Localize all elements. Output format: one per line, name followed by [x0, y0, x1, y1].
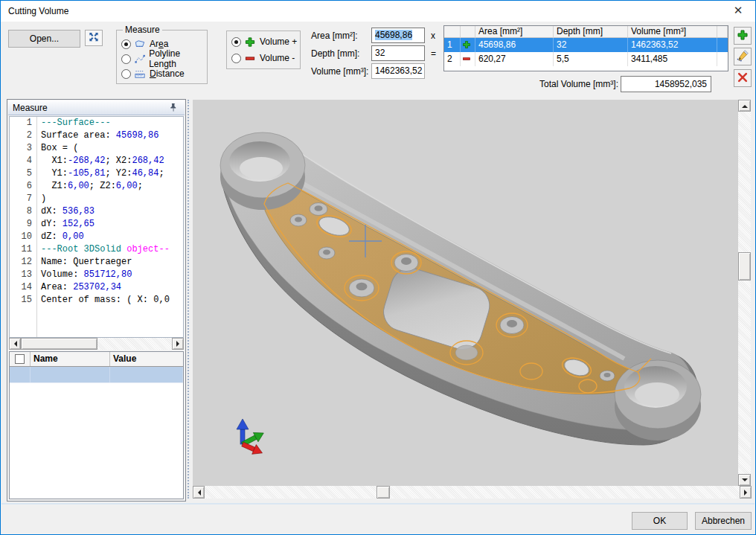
line-number: 14 [10, 281, 32, 294]
line-number: 4 [10, 155, 32, 167]
title-bar[interactable]: Cutting Volume ✕ [1, 1, 755, 22]
measure-log[interactable]: 1---Surface---2Surface area: 45698,863Bo… [9, 116, 184, 338]
area-input[interactable]: 45698,86 [371, 28, 425, 43]
3d-viewport[interactable] [193, 100, 738, 486]
cut-table-cell[interactable]: 1462363,52 [628, 38, 717, 52]
cad-part-drawing [193, 100, 738, 486]
log-line: 9dY: 152,65 [10, 218, 183, 231]
radio-polyline-length[interactable]: Polyline Length [121, 53, 207, 65]
minus-icon[interactable] [461, 52, 475, 66]
cut-table-header: Area [mm²]Depth [mm]Volume [mm³] [444, 26, 728, 38]
ok-button[interactable]: OK [632, 512, 688, 530]
arrow-right-icon [176, 341, 182, 347]
arrow-up-icon [742, 102, 748, 108]
viewport-scroll-left-button[interactable] [193, 486, 205, 499]
radio-volume-[interactable]: Volume - [231, 52, 295, 64]
viewport-scroll-down-button[interactable] [738, 474, 751, 486]
viewport-vscroll-thumb[interactable] [738, 252, 751, 281]
line-number: 13 [10, 269, 32, 281]
close-icon[interactable]: ✕ [727, 2, 749, 19]
depth-input-value: 32 [375, 48, 385, 58]
log-scroll-right-button[interactable] [172, 338, 184, 350]
cut-table-cell[interactable]: 5,5 [554, 52, 628, 66]
cut-table-header-cell: Depth [mm] [554, 26, 628, 38]
log-hscrollbar[interactable] [9, 338, 184, 350]
line-number: 7 [10, 193, 32, 205]
pencil-icon [737, 50, 749, 64]
measure-group: Measure AreaPolyline LengthDistance [116, 30, 208, 84]
select-all-checkbox[interactable] [15, 354, 25, 364]
cut-table-cell[interactable]: 3411,485 [628, 52, 717, 66]
log-scroll-thumb[interactable] [21, 338, 97, 350]
axis-triad [237, 419, 266, 458]
x-axis-arrow [240, 440, 264, 458]
arrow-left-icon [195, 490, 201, 496]
edit-row-button[interactable] [734, 48, 752, 65]
viewport-scroll-up-button[interactable] [738, 100, 751, 112]
log-line: 12Name: Quertraeger [10, 256, 183, 269]
pin-icon[interactable] [167, 102, 180, 113]
viewport-vscrollbar[interactable] [738, 100, 751, 486]
fit-view-icon [88, 31, 100, 42]
log-line: 7) [10, 193, 183, 205]
props-value-header: Value [110, 352, 183, 366]
plus-icon [462, 38, 475, 49]
log-line: 14Area: 253702,34 [10, 281, 183, 294]
distance-icon [134, 68, 147, 80]
radio-distance[interactable]: Distance [121, 68, 185, 80]
log-scroll-left-button[interactable] [9, 338, 21, 350]
line-number: 11 [10, 243, 32, 256]
cut-table-cell[interactable]: 1 [444, 38, 461, 52]
open-button[interactable]: Open... [8, 30, 80, 48]
cancel-button[interactable]: Abbrechen [695, 512, 752, 530]
radio-button[interactable] [231, 37, 241, 47]
volume-output: 1462363,52 [371, 63, 425, 79]
line-number: 8 [10, 205, 32, 218]
panel-splitter[interactable] [188, 100, 192, 499]
cut-table-row[interactable]: 145698,86321462363,52 [444, 38, 728, 52]
line-number: 10 [10, 231, 32, 243]
depth-input[interactable]: 32 [371, 45, 425, 61]
cut-table-cell[interactable] [717, 52, 728, 66]
cut-table-cell[interactable]: 32 [554, 38, 628, 52]
viewport-scroll-right-button[interactable] [740, 486, 752, 499]
measure-panel: Measure 1---Surface---2Surface area: 456… [7, 99, 186, 502]
radio-label: Area [150, 39, 168, 49]
delete-row-button[interactable] [734, 69, 752, 87]
area-field-label: Area [mm²]: [311, 31, 358, 41]
minus-icon [462, 52, 475, 63]
radio-button[interactable] [121, 69, 131, 79]
radio-label: Distance [150, 68, 185, 79]
cut-table-cell[interactable]: 2 [444, 52, 461, 66]
radio-button[interactable] [231, 54, 241, 63]
cut-table-header-cell [444, 26, 461, 38]
volume-sign-group: Volume +Volume - [226, 31, 301, 69]
cut-table-cell[interactable]: 45698,86 [475, 38, 554, 52]
add-row-button[interactable] [734, 27, 752, 45]
properties-table[interactable]: Name Value [9, 351, 184, 499]
radio-button[interactable] [121, 54, 131, 64]
radio-label: Volume + [260, 36, 297, 47]
cutting-volume-dialog: Cutting Volume ✕ Open... Measure AreaPol… [0, 0, 756, 535]
log-line: 11---Root 3DSolid object-- [10, 243, 183, 256]
cut-table-header-cell [461, 26, 475, 38]
cut-table-cell[interactable] [717, 38, 728, 52]
cut-list-table[interactable]: Area [mm²]Depth [mm]Volume [mm³]145698,8… [443, 25, 728, 71]
viewport-hscrollbar[interactable] [193, 486, 752, 499]
radio-button[interactable] [121, 39, 131, 49]
fit-view-button[interactable] [85, 30, 103, 46]
props-selected-row[interactable] [10, 367, 183, 383]
radio-volume-[interactable]: Volume + [231, 36, 297, 48]
viewport-hscroll-thumb[interactable] [377, 486, 390, 499]
cut-table-cell[interactable]: 620,27 [475, 52, 554, 66]
measure-panel-header[interactable]: Measure [8, 100, 185, 115]
line-number: 15 [10, 294, 32, 307]
multiply-label: x [431, 31, 435, 41]
props-name-header: Name [31, 352, 110, 366]
area-icon [134, 39, 147, 50]
polyline-icon [134, 54, 146, 65]
cut-table-row[interactable]: 2620,275,53411,485 [444, 52, 728, 66]
plus-icon[interactable] [461, 38, 475, 52]
arrow-right-icon [744, 490, 750, 496]
log-line: 3Box = ( [10, 142, 183, 155]
